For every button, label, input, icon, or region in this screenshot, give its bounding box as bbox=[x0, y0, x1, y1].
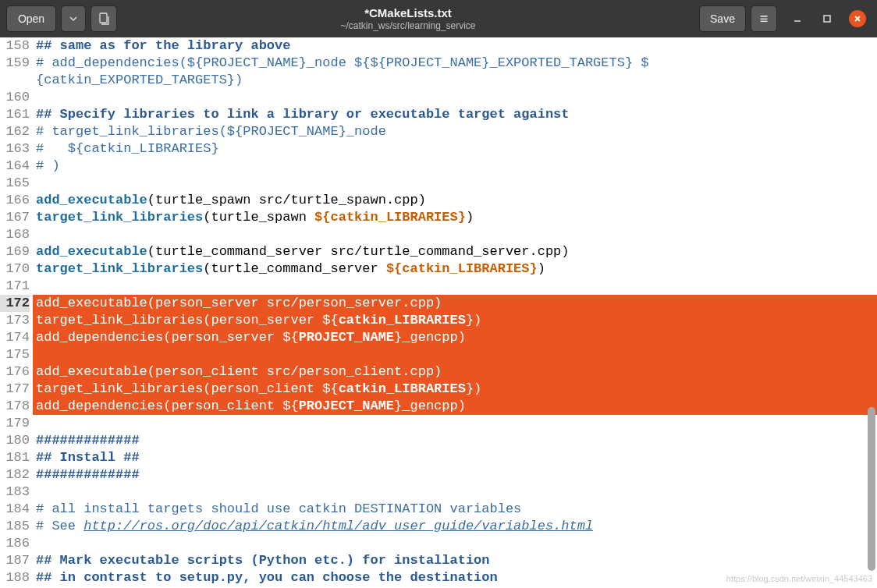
editor-area[interactable]: 1581591601611621631641651661671681691701… bbox=[0, 37, 877, 588]
new-document-icon bbox=[98, 12, 110, 25]
open-button[interactable]: Open bbox=[6, 5, 56, 32]
code-line[interactable]: # all install targets should use catkin … bbox=[33, 501, 877, 518]
open-recent-dropdown[interactable] bbox=[61, 5, 86, 32]
line-number: 161 bbox=[0, 106, 30, 123]
line-number: 186 bbox=[0, 535, 30, 552]
line-number: 166 bbox=[0, 192, 30, 209]
code-line[interactable]: add_executable(person_server src/person_… bbox=[33, 295, 877, 312]
code-line[interactable]: # ${catkin_LIBRARIES} bbox=[33, 140, 877, 158]
code-line[interactable]: target_link_libraries(person_server ${ca… bbox=[33, 312, 877, 329]
maximize-button[interactable] bbox=[819, 11, 835, 27]
code-line[interactable]: ## same as for the library above bbox=[33, 37, 877, 55]
code-line[interactable] bbox=[33, 175, 877, 192]
code-line[interactable]: ## Install ## bbox=[33, 449, 877, 466]
code-line[interactable]: add_executable(turtle_spawn src/turtle_s… bbox=[33, 192, 877, 209]
document-path: ~/catkin_ws/src/learning_service bbox=[122, 20, 694, 31]
line-number: 159 bbox=[0, 55, 30, 72]
new-tab-button[interactable] bbox=[91, 5, 117, 32]
line-number: 158 bbox=[0, 37, 30, 55]
line-number: 169 bbox=[0, 243, 30, 260]
code-line[interactable]: # add_dependencies(${PROJECT_NAME}_node … bbox=[33, 55, 877, 72]
line-number: 179 bbox=[0, 415, 30, 432]
line-number: 173 bbox=[0, 312, 30, 329]
line-number: 164 bbox=[0, 158, 30, 175]
code-content[interactable]: ## same as for the library above# add_de… bbox=[33, 37, 877, 588]
line-number: 178 bbox=[0, 398, 30, 415]
code-line[interactable]: # See http://ros.org/doc/api/catkin/html… bbox=[33, 518, 877, 535]
minimize-button[interactable] bbox=[790, 11, 805, 27]
title-area: *CMakeLists.txt ~/catkin_ws/src/learning… bbox=[122, 6, 694, 31]
code-line[interactable]: add_dependencies(person_client ${PROJECT… bbox=[33, 398, 877, 415]
line-number: 174 bbox=[0, 329, 30, 346]
code-line[interactable]: ############# bbox=[33, 432, 877, 449]
line-number: 168 bbox=[0, 226, 30, 243]
code-line[interactable]: add_dependencies(person_server ${PROJECT… bbox=[33, 329, 877, 346]
line-number: 163 bbox=[0, 140, 30, 158]
line-number: 183 bbox=[0, 484, 30, 501]
close-icon bbox=[853, 14, 862, 23]
code-line[interactable]: add_executable(person_client src/person_… bbox=[33, 363, 877, 381]
chevron-down-icon bbox=[69, 15, 77, 23]
titlebar: Open *CMakeLists.txt ~/catkin_ws/src/lea… bbox=[0, 0, 877, 37]
line-number: 162 bbox=[0, 123, 30, 140]
code-line[interactable] bbox=[33, 89, 877, 106]
code-line[interactable]: add_executable(turtle_command_server src… bbox=[33, 243, 877, 260]
line-number: 184 bbox=[0, 501, 30, 518]
line-number: 180 bbox=[0, 432, 30, 449]
svg-rect-2 bbox=[824, 16, 830, 22]
code-line[interactable]: ## Mark executable scripts (Python etc.)… bbox=[33, 552, 877, 569]
vertical-scrollbar[interactable] bbox=[866, 41, 875, 579]
line-number: 172 bbox=[0, 295, 30, 312]
window-controls bbox=[790, 10, 866, 27]
line-number: 167 bbox=[0, 209, 30, 226]
line-number: 185 bbox=[0, 518, 30, 535]
line-number: 165 bbox=[0, 175, 30, 192]
code-line[interactable]: ## Specify libraries to link a library o… bbox=[33, 106, 877, 123]
minimize-icon bbox=[793, 14, 802, 23]
document-title: *CMakeLists.txt bbox=[122, 6, 694, 20]
line-number: 181 bbox=[0, 449, 30, 466]
code-line[interactable]: # ) bbox=[33, 158, 877, 175]
line-number: 188 bbox=[0, 569, 30, 586]
scrollbar-thumb[interactable] bbox=[868, 407, 875, 571]
line-number: 176 bbox=[0, 363, 30, 381]
line-number: 160 bbox=[0, 89, 30, 106]
code-line[interactable]: ############# bbox=[33, 466, 877, 484]
line-number: 171 bbox=[0, 278, 30, 295]
code-line[interactable] bbox=[33, 484, 877, 501]
line-number: 170 bbox=[0, 260, 30, 278]
code-line[interactable]: target_link_libraries(turtle_spawn ${cat… bbox=[33, 209, 877, 226]
line-number-wrap bbox=[0, 72, 30, 89]
code-line[interactable]: # target_link_libraries(${PROJECT_NAME}_… bbox=[33, 123, 877, 140]
hamburger-icon: ≡ bbox=[760, 11, 769, 27]
code-line[interactable] bbox=[33, 226, 877, 243]
code-line[interactable] bbox=[33, 278, 877, 295]
line-number-gutter: 1581591601611621631641651661671681691701… bbox=[0, 37, 33, 588]
line-number: 175 bbox=[0, 346, 30, 363]
code-line[interactable] bbox=[33, 535, 877, 552]
code-line[interactable]: target_link_libraries(turtle_command_ser… bbox=[33, 260, 877, 278]
line-number: 177 bbox=[0, 381, 30, 398]
code-line[interactable] bbox=[33, 346, 877, 363]
line-number: 182 bbox=[0, 466, 30, 484]
code-line-wrap[interactable]: {catkin_EXPORTED_TARGETS}) bbox=[33, 72, 877, 89]
watermark: https://blog.csdn.net/weixin_44543463 bbox=[726, 574, 872, 583]
save-button[interactable]: Save bbox=[699, 5, 746, 32]
code-line[interactable]: target_link_libraries(person_client ${ca… bbox=[33, 381, 877, 398]
svg-rect-0 bbox=[100, 13, 107, 23]
line-number: 187 bbox=[0, 552, 30, 569]
maximize-icon bbox=[822, 14, 832, 23]
code-line[interactable] bbox=[33, 415, 877, 432]
close-button[interactable] bbox=[849, 10, 866, 27]
hamburger-menu-button[interactable]: ≡ bbox=[751, 5, 777, 32]
